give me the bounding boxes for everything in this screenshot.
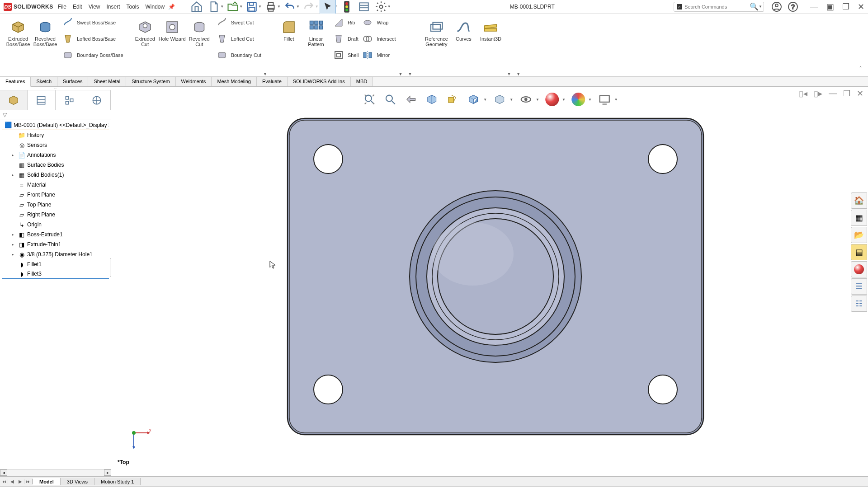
lofted-boss-button[interactable]: Lofted Boss/Base — [61, 33, 123, 45]
view-settings-icon[interactable] — [596, 91, 613, 108]
new-icon[interactable] — [206, 0, 222, 15]
scroll-left-icon[interactable]: ◂ — [0, 469, 7, 476]
instant3d-button[interactable]: Instant3D — [477, 16, 504, 42]
tree-item[interactable]: ◗Fillet3 — [2, 269, 109, 279]
tree-item[interactable]: ▱Front Plane — [2, 190, 109, 200]
menu-edit[interactable]: Edit — [73, 4, 82, 10]
appearance-icon[interactable] — [544, 91, 560, 108]
dropdown-caret[interactable]: ▼ — [315, 5, 319, 9]
tree-item[interactable]: ≡Material — [2, 180, 109, 190]
dropdown-caret[interactable]: ▼ — [399, 72, 403, 76]
menu-view[interactable]: View — [89, 4, 100, 10]
menu-window[interactable]: Window — [146, 4, 165, 10]
select-icon[interactable] — [320, 0, 336, 15]
tab-weldments[interactable]: Weldments — [176, 77, 212, 86]
tree-item[interactable]: ▱Top Plane — [2, 200, 109, 210]
expand-icon[interactable]: ▸ — [12, 232, 16, 237]
shell-button[interactable]: Shell — [332, 49, 359, 61]
revolved-cut-button[interactable]: Revolved Cut — [186, 16, 213, 47]
reference-geometry-button[interactable]: Reference Geometry — [423, 16, 450, 47]
dropdown-caret[interactable]: ▼ — [536, 98, 539, 102]
dynamic-annotation-icon[interactable] — [444, 91, 461, 108]
fm-tab-tree[interactable] — [0, 90, 28, 110]
tree-item[interactable]: ◗Fillet1 — [2, 259, 109, 269]
tree-root-node[interactable]: 🟦 MB-0001 (Default) <<Default>_Display S… — [2, 120, 109, 130]
tree-item[interactable]: ↳Origin — [2, 220, 109, 230]
tab-evaluate[interactable]: Evaluate — [257, 77, 288, 86]
extruded-cut-button[interactable]: Extruded Cut — [132, 16, 159, 47]
save-icon[interactable] — [244, 0, 260, 15]
help-icon[interactable]: ? — [785, 0, 801, 15]
boundary-cut-button[interactable]: Boundary Cut — [216, 49, 261, 61]
layout-icon[interactable]: ▣ — [826, 2, 834, 12]
dropdown-caret[interactable]: ▼ — [516, 72, 520, 76]
doc-restore-icon[interactable]: ❐ — [843, 89, 850, 99]
tree-item[interactable]: ▸◧Boss-Extrude1 — [2, 230, 109, 239]
curves-button[interactable]: Curves — [450, 16, 477, 42]
undo-icon[interactable] — [282, 0, 298, 15]
tree-filter-bar[interactable]: ▽ — [0, 110, 111, 119]
revolved-boss-button[interactable]: Revolved Boss/Base — [32, 16, 59, 47]
expand-icon[interactable]: ▸ — [12, 173, 16, 177]
lofted-cut-button[interactable]: Lofted Cut — [216, 33, 261, 45]
tab-motion-study[interactable]: Motion Study 1 — [94, 478, 141, 485]
open-icon[interactable] — [225, 0, 241, 15]
swept-cut-button[interactable]: Swept Cut — [216, 16, 261, 29]
rib-button[interactable]: Rib — [332, 16, 359, 29]
restore-icon[interactable]: ❐ — [842, 2, 849, 12]
hole-wizard-button[interactable]: Hole Wizard — [159, 16, 186, 42]
minimize-icon[interactable]: — — [810, 2, 818, 12]
print-icon[interactable] — [263, 0, 279, 15]
tp-appearances-icon[interactable] — [851, 261, 867, 277]
mirror-button[interactable]: Mirror — [361, 49, 396, 61]
scene-icon[interactable] — [570, 91, 586, 108]
tree-item[interactable]: ▱Right Plane — [2, 210, 109, 220]
tree-scrollbar[interactable]: ◂ ▸ — [0, 469, 111, 476]
tree-item[interactable]: ▸◨Extrude-Thin1 — [2, 239, 109, 249]
section-view-icon[interactable] — [424, 91, 440, 108]
tab-surfaces[interactable]: Surfaces — [57, 77, 88, 86]
zoom-area-icon[interactable] — [382, 91, 398, 108]
tp-library-icon[interactable]: 📂 — [851, 227, 867, 243]
tree-item[interactable]: ▸▦Solid Bodies(1) — [2, 170, 109, 180]
tab-next-icon[interactable]: ▶ — [16, 479, 24, 484]
dropdown-caret[interactable]: ▼ — [562, 98, 566, 102]
pin-icon[interactable]: 📌 — [168, 4, 175, 10]
tree-item[interactable]: 📁History — [2, 130, 109, 140]
linear-pattern-button[interactable]: Linear Pattern — [302, 16, 330, 47]
menu-tools[interactable]: Tools — [127, 4, 139, 10]
dropdown-caret[interactable]: ▼ — [614, 98, 618, 102]
menu-file[interactable]: File — [58, 4, 66, 10]
doc-next-icon[interactable]: ▯▸ — [814, 89, 822, 99]
wrap-button[interactable]: Wrap — [361, 16, 396, 29]
redo-icon[interactable] — [301, 0, 317, 15]
boundary-boss-button[interactable]: Boundary Boss/Base — [61, 49, 123, 61]
doc-close-icon[interactable]: ✕ — [857, 89, 863, 99]
expand-icon[interactable]: ▸ — [12, 242, 16, 247]
part-model[interactable] — [283, 114, 708, 439]
tab-sheet-metal[interactable]: Sheet Metal — [88, 77, 126, 86]
tree-item[interactable]: ◎Sensors — [2, 140, 109, 150]
doc-minimize-icon[interactable]: — — [829, 89, 837, 99]
intersect-button[interactable]: Intersect — [361, 33, 396, 45]
draft-button[interactable]: Draft — [332, 33, 359, 45]
fillet-button[interactable]: Fillet — [275, 16, 302, 42]
traffic-light-icon[interactable] — [339, 0, 355, 15]
tree-item[interactable]: ▸◉3/8 (0.375) Diameter Hole1 — [2, 249, 109, 259]
tab-model[interactable]: Model — [33, 478, 61, 485]
close-icon[interactable]: ✕ — [858, 2, 864, 12]
fm-tab-config[interactable] — [56, 90, 83, 110]
dropdown-caret[interactable]: ▼ — [507, 72, 511, 76]
dropdown-caret[interactable]: ▼ — [588, 98, 592, 102]
menu-insert[interactable]: Insert — [107, 4, 120, 10]
tab-sketch[interactable]: Sketch — [31, 77, 57, 86]
dropdown-caret[interactable]: ▼ — [483, 98, 487, 102]
tab-last-icon[interactable]: ⏭ — [24, 479, 33, 484]
tp-resources-icon[interactable]: ▦ — [851, 210, 867, 226]
view-orientation-icon[interactable] — [465, 91, 481, 108]
dropdown-caret[interactable]: ▼ — [408, 72, 412, 76]
home-icon[interactable] — [189, 0, 205, 15]
search-input[interactable] — [684, 4, 747, 9]
dropdown-caret[interactable]: ▼ — [509, 98, 513, 102]
previous-view-icon[interactable] — [403, 91, 419, 108]
